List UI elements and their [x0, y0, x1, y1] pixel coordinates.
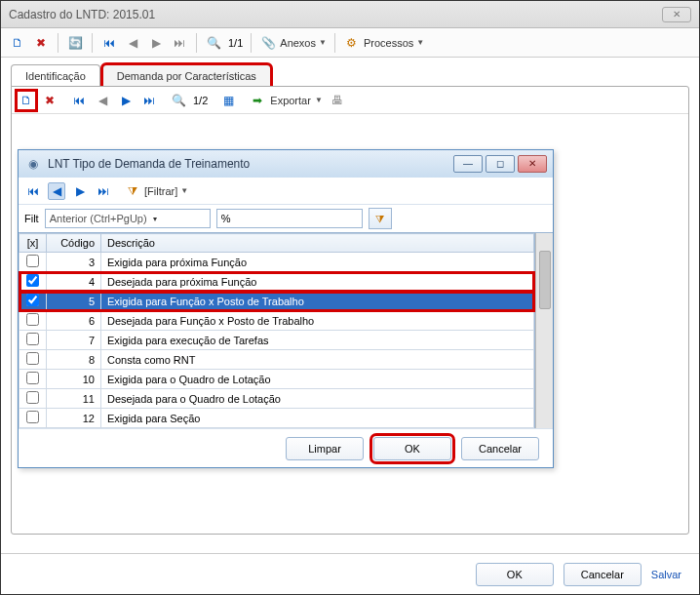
window-title: Cadastro do LNTD: 2015.01 [9, 8, 155, 21]
chevron-down-icon: ▼ [416, 38, 424, 47]
nav-last-icon[interactable]: ⏭ [171, 34, 188, 52]
dialog-data-grid[interactable]: [x] Código Descrição 3Exigida para próxi… [19, 233, 535, 428]
table-row[interactable]: 7Exigida para execução de Tarefas [19, 331, 534, 350]
table-row[interactable]: 8Consta como RNT [19, 350, 534, 370]
delete-icon[interactable]: ✖ [32, 34, 50, 52]
anexos-dropdown[interactable]: 📎 Anexos ▼ [259, 34, 327, 52]
row-checkbox-cell[interactable] [19, 292, 47, 311]
new-icon[interactable]: 🗋 [9, 34, 26, 52]
sub-new-icon[interactable]: 🗋 [18, 92, 35, 109]
dialog-nav-prev-icon[interactable]: ◀ [48, 182, 65, 200]
col-header-x[interactable]: [x] [19, 234, 47, 253]
col-header-descricao[interactable]: Descrição [101, 234, 534, 253]
chevron-down-icon: ▼ [180, 186, 188, 195]
sub-delete-icon[interactable]: ✖ [41, 92, 58, 109]
nav-first-icon[interactable]: ⏮ [100, 34, 118, 52]
row-checkbox[interactable] [26, 391, 39, 404]
table-row[interactable]: 11Desejada para o Quadro de Lotação [19, 389, 534, 409]
row-codigo: 12 [47, 409, 101, 428]
row-checkbox-cell[interactable] [19, 311, 47, 331]
export-icon: ➡ [249, 92, 266, 109]
grid-vertical-scrollbar[interactable] [535, 233, 553, 428]
table-row[interactable]: 6Desejada para Função x Posto de Trabalh… [19, 311, 534, 331]
dialog-minimize-button[interactable]: — [453, 155, 483, 173]
row-checkbox[interactable] [26, 352, 39, 365]
filter-text-input[interactable]: % [216, 209, 363, 228]
attachment-icon: 📎 [259, 34, 277, 52]
sub-nav-prev-icon[interactable]: ◀ [94, 92, 111, 109]
sub-toolbar: 🗋 ✖ ⏮ ◀ ▶ ⏭ 🔍 1/2 ▦ ➡ Exportar ▼ 🖶 [12, 87, 688, 114]
processos-label: Processos [364, 37, 413, 49]
main-cancelar-button[interactable]: Cancelar [564, 563, 642, 586]
dialog-nav-bar: ⏮ ◀ ▶ ⏭ ⧩ [Filtrar] ▼ [19, 178, 553, 205]
row-codigo: 5 [47, 292, 101, 311]
dialog-nav-next-icon[interactable]: ▶ [71, 182, 89, 200]
row-checkbox-cell[interactable] [19, 331, 47, 350]
row-descricao: Exigida para Seção [101, 409, 534, 428]
filter-field-combo[interactable]: Anterior (Ctrl+PgUp) ▾ [45, 209, 211, 228]
gears-icon: ⚙ [343, 34, 361, 52]
processos-dropdown[interactable]: ⚙ Processos ▼ [343, 34, 424, 52]
chevron-down-icon: ▼ [315, 96, 323, 104]
row-codigo: 10 [47, 370, 101, 389]
row-codigo: 11 [47, 389, 101, 409]
window-titlebar: Cadastro do LNTD: 2015.01 ✕ [1, 1, 699, 28]
table-row[interactable]: 10Exigida para o Quadro de Lotação [19, 370, 534, 389]
dialog-titlebar[interactable]: ◉ LNT Tipo de Demanda de Treinamento — ◻… [19, 150, 553, 178]
limpar-button[interactable]: Limpar [286, 437, 364, 460]
dialog-nav-last-icon[interactable]: ⏭ [95, 182, 112, 200]
row-checkbox[interactable] [26, 313, 39, 326]
page-indicator: 1/1 [228, 37, 243, 49]
row-descricao: Desejada para Função x Posto de Trabalho [101, 311, 534, 331]
row-checkbox[interactable] [26, 255, 39, 267]
row-checkbox[interactable] [26, 372, 39, 384]
window-close-button[interactable]: ✕ [662, 7, 691, 22]
exportar-label: Exportar [270, 95, 311, 106]
tab-identificacao[interactable]: Identificação [11, 64, 100, 87]
exportar-dropdown[interactable]: ➡ Exportar ▼ [249, 92, 323, 109]
binoculars-icon[interactable]: 🔍 [205, 34, 222, 52]
main-ok-button[interactable]: OK [476, 563, 554, 586]
tab-demanda-caracteristicas[interactable]: Demanda por Características [102, 64, 271, 87]
nav-prev-icon[interactable]: ◀ [124, 34, 141, 52]
row-checkbox-cell[interactable] [19, 389, 47, 409]
table-row[interactable]: 12Exigida para Seção [19, 409, 534, 428]
row-checkbox-cell[interactable] [19, 272, 47, 292]
row-checkbox-cell[interactable] [19, 350, 47, 370]
row-descricao: Exigida para execução de Tarefas [101, 331, 534, 350]
row-checkbox[interactable] [26, 333, 39, 345]
dialog-filtrar-dropdown[interactable]: ⧩ [Filtrar] ▼ [124, 182, 188, 200]
row-codigo: 7 [47, 331, 101, 350]
dialog-maximize-button[interactable]: ◻ [486, 155, 515, 173]
scrollbar-thumb[interactable] [539, 251, 551, 309]
row-checkbox-cell[interactable] [19, 370, 47, 389]
printer-icon[interactable]: 🖶 [329, 92, 346, 109]
ok-button[interactable]: OK [373, 437, 451, 460]
nav-next-icon[interactable]: ▶ [147, 34, 165, 52]
sub-nav-next-icon[interactable]: ▶ [117, 92, 135, 109]
sub-nav-first-icon[interactable]: ⏮ [70, 92, 88, 109]
apply-filter-button[interactable]: ⧩ [369, 208, 392, 229]
dialog-close-button[interactable]: ✕ [518, 155, 547, 173]
sub-nav-last-icon[interactable]: ⏭ [140, 92, 158, 109]
col-header-codigo[interactable]: Código [47, 234, 101, 253]
table-row[interactable]: 5Exigida para Função x Posto de Trabalho [19, 292, 534, 311]
table-row[interactable]: 3Exigida para próxima Função [19, 253, 534, 272]
grid-icon[interactable]: ▦ [219, 92, 237, 109]
row-descricao: Desejada para o Quadro de Lotação [101, 389, 534, 409]
table-row[interactable]: 4Desejada para próxima Função [19, 272, 534, 292]
main-salvar-link[interactable]: Salvar [651, 563, 681, 586]
refresh-icon[interactable]: 🔄 [66, 34, 84, 52]
main-toolbar: 🗋 ✖ 🔄 ⏮ ◀ ▶ ⏭ 🔍 1/1 📎 Anexos ▼ ⚙ Process… [1, 28, 699, 58]
row-checkbox[interactable] [26, 411, 39, 423]
dialog-nav-first-icon[interactable]: ⏮ [24, 182, 42, 200]
row-checkbox-cell[interactable] [19, 409, 47, 428]
cancelar-button[interactable]: Cancelar [461, 437, 539, 460]
chevron-down-icon: ▼ [319, 38, 327, 47]
row-checkbox[interactable] [26, 294, 39, 306]
row-checkbox-cell[interactable] [19, 253, 47, 272]
row-descricao: Exigida para próxima Função [101, 253, 534, 272]
row-codigo: 6 [47, 311, 101, 331]
row-checkbox[interactable] [26, 274, 39, 287]
sub-binoculars-icon[interactable]: 🔍 [170, 92, 187, 109]
